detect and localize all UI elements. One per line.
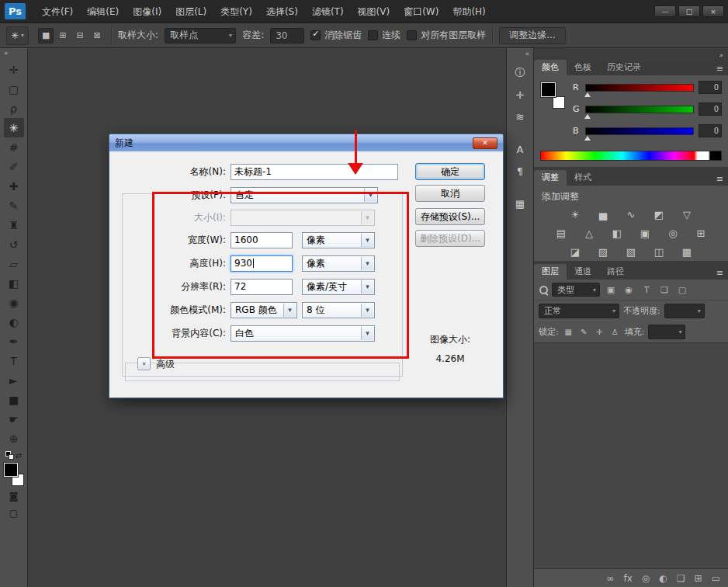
crop-tool[interactable]: # [4, 137, 24, 157]
color-sampler-panel-icon[interactable]: ✛ [510, 85, 530, 104]
foreground-color-swatch[interactable] [4, 463, 18, 477]
type-tool[interactable]: T [4, 351, 24, 370]
tab-paths[interactable]: 路径 [599, 264, 632, 280]
swap-colors-icon[interactable]: ⇄ [16, 451, 22, 460]
menu-item-layer[interactable]: 图层(L) [168, 0, 213, 23]
photo-filter-icon[interactable]: ▣ [636, 226, 653, 240]
cancel-button[interactable]: 取消 [415, 185, 485, 202]
character-panel-icon[interactable]: A [510, 140, 530, 158]
add-selection-icon[interactable]: ⊞ [55, 28, 71, 43]
levels-icon[interactable]: ▅ [595, 207, 612, 221]
shape-tool[interactable]: ■ [4, 390, 24, 409]
adjustment-layer-filter-icon[interactable]: ◉ [622, 283, 636, 297]
screen-mode-button[interactable]: ▢ [4, 505, 24, 522]
menu-item-file[interactable]: 文件(F) [35, 0, 80, 23]
adjustment-layer-icon[interactable]: ◐ [659, 573, 667, 584]
menu-item-select[interactable]: 选择(S) [259, 0, 305, 23]
refine-edge-button[interactable]: 调整边缘... [499, 27, 565, 44]
foreground-color-swatch[interactable] [541, 82, 556, 97]
background-color-swatch[interactable] [553, 96, 565, 109]
minimize-button[interactable]: — [654, 5, 676, 17]
shape-layer-filter-icon[interactable]: ❏ [657, 283, 671, 297]
layer-style-icon[interactable]: fx [624, 573, 633, 584]
quick-mask-button[interactable]: ◙ [4, 488, 24, 505]
blend-mode-dropdown[interactable]: 正常 [539, 304, 619, 318]
tab-layers[interactable]: 图层 [534, 264, 567, 280]
eyedropper-tool[interactable]: ✐ [4, 157, 24, 176]
panel-menu-icon[interactable]: ≡ [716, 174, 728, 186]
tab-adjustments[interactable]: 调整 [534, 170, 567, 186]
menu-item-window[interactable]: 窗口(W) [397, 0, 445, 23]
measure-panel-icon[interactable]: ≋ [510, 107, 530, 126]
info-panel-icon[interactable]: ⓘ [510, 64, 530, 82]
magic-wand-tool[interactable]: ✳ [4, 118, 24, 137]
menu-item-view[interactable]: 视图(V) [351, 0, 397, 23]
layer-list[interactable] [534, 342, 728, 569]
sample-size-dropdown[interactable]: 取样点 [165, 28, 236, 43]
color-balance-icon[interactable]: △ [581, 226, 598, 240]
pen-tool[interactable]: ✒ [4, 332, 24, 351]
delete-layer-icon[interactable]: ▭ [712, 573, 720, 584]
save-preset-button[interactable]: 存储预设(S)... [415, 208, 485, 225]
tools-collapse-icon[interactable]: » [0, 48, 27, 60]
layer-filter-type-dropdown[interactable]: 类型 [552, 283, 600, 297]
black-white-icon[interactable]: ◧ [608, 226, 626, 240]
sample-all-layers-checkbox[interactable] [407, 30, 417, 40]
paragraph-panel-icon[interactable]: ¶ [510, 162, 530, 180]
menu-item-image[interactable]: 图像(I) [126, 0, 168, 23]
hand-tool[interactable]: ☛ [4, 409, 24, 429]
contiguous-checkbox[interactable] [368, 30, 378, 40]
blue-value-field[interactable]: 0 [699, 124, 722, 137]
lock-position-icon[interactable]: ✛ [594, 326, 605, 338]
move-tool[interactable]: ✛ [4, 60, 24, 79]
type-layer-filter-icon[interactable]: T [640, 283, 653, 297]
channel-mixer-icon[interactable]: ◎ [664, 226, 681, 240]
strip-collapse-icon[interactable]: « [507, 48, 533, 61]
link-layers-icon[interactable]: ∞ [607, 573, 615, 584]
dialog-title-bar[interactable]: 新建 ✕ [109, 134, 503, 151]
tab-color[interactable]: 颜色 [534, 60, 567, 75]
menu-item-help[interactable]: 帮助(H) [445, 0, 492, 23]
pixel-layer-filter-icon[interactable]: ▣ [604, 283, 618, 297]
panel-menu-icon[interactable]: ≡ [716, 64, 728, 75]
lasso-tool[interactable]: ρ [4, 99, 24, 118]
antialias-checkbox[interactable] [310, 30, 321, 40]
gradient-map-icon[interactable]: ◫ [650, 245, 667, 259]
maximize-button[interactable]: □ [678, 5, 700, 17]
menu-item-type[interactable]: 类型(Y) [213, 0, 259, 23]
smart-object-filter-icon[interactable]: ▢ [675, 283, 689, 297]
name-input[interactable]: 未标题-1 [231, 164, 398, 180]
histogram-panel-icon[interactable]: ▦ [510, 194, 530, 213]
tolerance-input[interactable]: 30 [270, 28, 304, 43]
opacity-dropdown[interactable] [664, 304, 705, 318]
green-slider[interactable] [585, 106, 694, 113]
posterize-icon[interactable]: ▨ [595, 245, 612, 259]
color-spectrum-ramp[interactable] [540, 151, 722, 161]
color-lookup-icon[interactable]: ⊞ [692, 226, 709, 240]
slider-handle[interactable] [584, 92, 591, 97]
ok-button[interactable]: 确定 [415, 163, 485, 180]
blur-tool[interactable]: ◉ [4, 293, 24, 312]
menu-item-edit[interactable]: 编辑(E) [80, 0, 126, 23]
lock-all-icon[interactable]: ♙ [609, 326, 621, 338]
green-value-field[interactable]: 0 [699, 102, 722, 116]
new-layer-icon[interactable]: ⊞ [695, 573, 702, 584]
healing-brush-tool[interactable]: ✚ [4, 176, 24, 196]
lock-image-icon[interactable]: ✎ [578, 326, 590, 338]
invert-icon[interactable]: ◪ [567, 245, 584, 259]
dialog-close-button[interactable]: ✕ [473, 137, 497, 149]
panels-collapse-icon[interactable]: » [534, 48, 728, 61]
selective-color-icon[interactable]: ▩ [678, 245, 695, 259]
layer-group-icon[interactable]: ❏ [677, 573, 685, 584]
tab-styles[interactable]: 样式 [567, 170, 599, 186]
window-close-button[interactable]: × [702, 5, 724, 17]
fill-dropdown[interactable] [648, 325, 685, 339]
tool-preset-picker[interactable]: ✳ ▾ [6, 26, 29, 45]
zoom-tool[interactable]: ⊕ [4, 429, 24, 448]
layer-mask-icon[interactable]: ◎ [642, 573, 650, 584]
brush-tool[interactable]: ✎ [4, 196, 24, 215]
panel-menu-icon[interactable]: ≡ [716, 268, 728, 280]
subtract-selection-icon[interactable]: ⊟ [72, 28, 88, 43]
advanced-expander-button[interactable]: » [137, 357, 151, 370]
history-brush-tool[interactable]: ↺ [4, 234, 24, 254]
